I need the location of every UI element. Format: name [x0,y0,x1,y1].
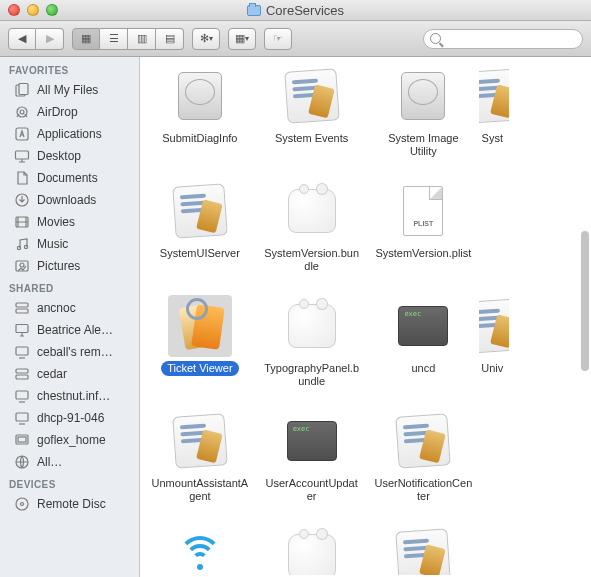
sidebar-item-ceball-s-rem-[interactable]: ceball's rem… [0,341,139,363]
view-buttons: ▦ ☰ ▥ ▤ [72,28,184,50]
file-label: SubmitDiagInfo [156,131,243,146]
action-button[interactable]: ✻ ▾ [192,28,220,50]
back-button[interactable]: ◀ [8,28,36,50]
app-icon [391,525,455,575]
hd-icon [168,65,232,127]
pictures-icon [14,258,30,274]
app-icon [479,65,509,127]
sidebar-item-cedar[interactable]: cedar [0,363,139,385]
forward-icon: ▶ [46,32,54,45]
svg-point-24 [21,503,24,506]
sidebar-item-dhcp-91-046[interactable]: dhcp-91-046 [0,407,139,429]
svg-point-3 [20,110,24,114]
sidebar-item-ancnoc[interactable]: ancnoc [0,297,139,319]
file-label: SystemUIServer [154,246,246,261]
sidebar-item-all-my-files[interactable]: All My Files [0,79,139,101]
file-item[interactable]: System Events [256,61,368,176]
icon-view-button[interactable]: ▦ [72,28,100,50]
list-view-button[interactable]: ☰ [100,28,128,50]
file-item[interactable]: UserNotificationCenter [368,406,480,521]
search-input[interactable] [445,33,576,45]
file-browser[interactable]: SubmitDiagInfoSystem EventsSystem Image … [140,57,591,577]
file-item[interactable]: TypographyPanel.bundle [256,291,368,406]
file-item[interactable]: SystemVersion.bundle [256,176,368,291]
scroll-thumb[interactable] [581,231,589,371]
zoom-button[interactable] [46,4,58,16]
file-label: SystemVersion.plist [369,246,477,261]
sidebar-item-desktop[interactable]: Desktop [0,145,139,167]
file-label: Syst [480,131,509,146]
app-icon [479,295,509,357]
file-item[interactable] [479,406,509,521]
sidebar-item-label: Beatrice Ale… [37,323,113,337]
sidebar-item-documents[interactable]: Documents [0,167,139,189]
window-title: CoreServices [0,3,591,18]
server-icon [14,366,30,382]
file-item[interactable]: SubmitDiagInfo [144,61,256,176]
sidebar-item-beatrice-ale-[interactable]: Beatrice Ale… [0,319,139,341]
search-field[interactable] [423,29,583,49]
share-button[interactable]: ☞ [264,28,292,50]
plist-icon [391,180,455,242]
svg-rect-1 [19,84,28,95]
file-label: UnmountAssistantAgent [145,476,255,504]
file-item[interactable]: Syst [479,61,509,176]
file-item[interactable] [479,521,509,575]
close-button[interactable] [8,4,20,16]
sidebar-item-movies[interactable]: Movies [0,211,139,233]
blank-icon [479,525,509,575]
sidebar-item-chestnut-inf-[interactable]: chestnut.inf… [0,385,139,407]
file-item[interactable]: XsanManagerDaemon.bundle [256,521,368,575]
forward-button[interactable]: ▶ [36,28,64,50]
svg-rect-21 [18,437,26,442]
airdrop-icon [14,104,30,120]
svg-point-8 [17,246,20,249]
column-view-button[interactable]: ▥ [128,28,156,50]
display-icon [14,344,30,360]
sidebar-item-airdrop[interactable]: AirDrop [0,101,139,123]
file-item[interactable]: Univ [479,291,509,406]
nav-buttons: ◀ ▶ [8,28,64,50]
sidebar-item-label: chestnut.inf… [37,389,110,403]
file-label: System Events [269,131,354,146]
sidebar-item-all-[interactable]: All… [0,451,139,473]
sidebar-item-goflex-home[interactable]: goflex_home [0,429,139,451]
file-item[interactable] [479,176,509,291]
sidebar-section-header: SHARED [0,277,139,297]
file-label: UserAccountUpdater [257,476,367,504]
sidebar-item-remote-disc[interactable]: Remote Disc [0,493,139,515]
icon-view-icon: ▦ [81,32,91,45]
sidebar-item-label: ancnoc [37,301,76,315]
file-item[interactable]: uncd [368,291,480,406]
file-item[interactable]: UserAccountUpdater [256,406,368,521]
bundle-icon [280,525,344,575]
file-item[interactable]: Ticket Viewer [144,291,256,406]
sidebar: FAVORITESAll My FilesAirDropApplications… [0,57,140,577]
disc-icon [14,496,30,512]
arrange-button[interactable]: ▦ ▾ [228,28,256,50]
sidebar-item-label: ceball's rem… [37,345,113,359]
search-icon [430,33,441,44]
scrollbar[interactable] [579,61,589,573]
file-item[interactable]: UnmountAssistantAgent [144,406,256,521]
file-item[interactable]: SystemUIServer [144,176,256,291]
blank-icon [479,410,509,472]
coverflow-view-button[interactable]: ▤ [156,28,184,50]
network-icon [14,454,30,470]
file-grid: SubmitDiagInfoSystem EventsSystem Image … [140,57,591,575]
file-item[interactable]: System Image Utility [368,61,480,176]
sidebar-item-downloads[interactable]: Downloads [0,189,139,211]
minimize-button[interactable] [27,4,39,16]
file-item[interactable]: SystemVersion.plist [368,176,480,291]
sidebar-item-label: AirDrop [37,105,78,119]
file-item[interactable]: Wi-Fi Diagnostics [144,521,256,575]
sidebar-item-music[interactable]: Music [0,233,139,255]
list-view-icon: ☰ [109,32,119,45]
blank-icon [479,180,509,242]
svg-point-9 [24,245,27,248]
file-label: TypographyPanel.bundle [257,361,367,389]
exec-icon [280,410,344,472]
file-item[interactable]: ZoomWindow [368,521,480,575]
sidebar-item-applications[interactable]: Applications [0,123,139,145]
sidebar-item-pictures[interactable]: Pictures [0,255,139,277]
